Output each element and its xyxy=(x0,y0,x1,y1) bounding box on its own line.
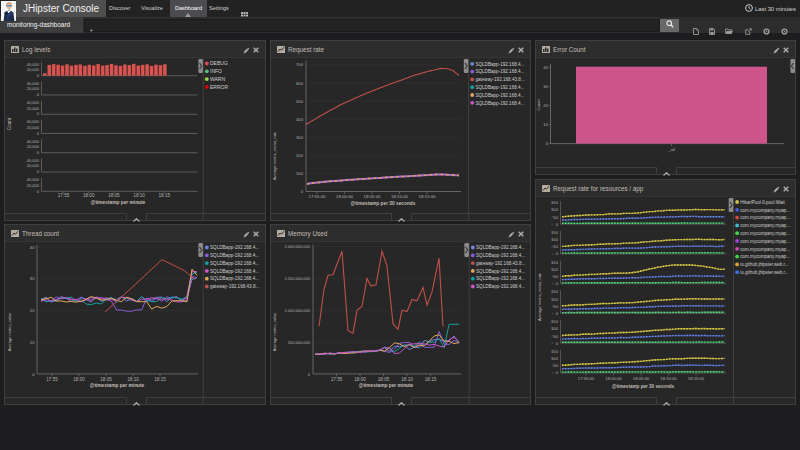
svg-text:SQLDBapp-192.168.4...: SQLDBapp-192.168.4... xyxy=(210,269,259,274)
svg-text:18:00:00: 18:00:00 xyxy=(605,376,622,381)
svg-text:0: 0 xyxy=(37,189,40,194)
svg-text:SQLDBapp-192.168.4...: SQLDBapp-192.168.4... xyxy=(476,245,525,250)
svg-text:40,000: 40,000 xyxy=(27,158,40,163)
svg-text:0: 0 xyxy=(556,341,559,346)
svg-text:0: 0 xyxy=(37,131,40,136)
svg-text:700: 700 xyxy=(296,62,304,67)
svg-text:20,000: 20,000 xyxy=(27,183,40,188)
svg-text:20,000: 20,000 xyxy=(27,163,40,168)
svg-text:18:00:00: 18:00:00 xyxy=(336,194,354,199)
svg-text:18:05:00: 18:05:00 xyxy=(363,194,381,199)
svg-text:2,000,000,000: 2,000,000,000 xyxy=(284,244,310,249)
svg-text:10: 10 xyxy=(543,122,548,127)
svg-text:SQLDBapp-192.168.4...: SQLDBapp-192.168.4... xyxy=(210,245,259,250)
svg-text:0: 0 xyxy=(37,169,40,174)
svg-text:@timestamp per minute: @timestamp per minute xyxy=(359,383,414,388)
svg-text:INFO: INFO xyxy=(210,68,222,74)
svg-text:Average metric_mean_rate: Average metric_mean_rate xyxy=(537,272,542,321)
svg-text:10: 10 xyxy=(30,340,35,345)
svg-text:200: 200 xyxy=(296,153,304,158)
svg-text:50: 50 xyxy=(553,274,558,279)
svg-text:18:00: 18:00 xyxy=(73,377,85,382)
svg-text:Average metric_value: Average metric_value xyxy=(272,312,277,351)
svg-text:gateway-192.168.43.8...: gateway-192.168.43.8... xyxy=(210,284,259,289)
svg-text:0: 0 xyxy=(556,281,559,286)
svg-text:@timestamp per minute: @timestamp per minute xyxy=(91,200,146,205)
svg-text:20,000: 20,000 xyxy=(27,86,40,91)
svg-text:17:55:00: 17:55:00 xyxy=(578,376,595,381)
svg-text:40,000: 40,000 xyxy=(27,177,40,182)
svg-text:18:15: 18:15 xyxy=(425,377,437,382)
svg-text:1,500,000,000: 1,500,000,000 xyxy=(284,276,310,281)
svg-text:@timestamp per 30 seconds: @timestamp per 30 seconds xyxy=(351,201,416,206)
svg-text:DEBUG: DEBUG xyxy=(210,60,228,66)
svg-text:Average metric_mean_rate: Average metric_mean_rate xyxy=(272,131,277,180)
svg-text:100: 100 xyxy=(296,171,304,176)
svg-text:0: 0 xyxy=(32,372,35,377)
svg-text:0: 0 xyxy=(37,73,40,78)
svg-text:40: 40 xyxy=(30,245,35,250)
svg-text:gateway-192.168.43.8...: gateway-192.168.43.8... xyxy=(476,261,525,266)
svg-text:18:10: 18:10 xyxy=(127,377,139,382)
svg-text:40,000: 40,000 xyxy=(27,62,40,67)
svg-text:18:05: 18:05 xyxy=(108,193,120,198)
svg-text:com.mycompany.myap...: com.mycompany.myap... xyxy=(740,239,790,244)
svg-text:40,000: 40,000 xyxy=(27,119,40,124)
svg-text:20,000: 20,000 xyxy=(27,67,40,72)
svg-text:50: 50 xyxy=(553,334,558,339)
svg-text:18:00: 18:00 xyxy=(83,193,95,198)
svg-text:17:55: 17:55 xyxy=(331,377,343,382)
svg-text:0: 0 xyxy=(556,311,559,316)
svg-text:40: 40 xyxy=(543,65,548,70)
svg-text:0: 0 xyxy=(37,111,40,116)
svg-text:40,000: 40,000 xyxy=(27,100,40,105)
svg-text:SQLDBapp-192.168.4...: SQLDBapp-192.168.4... xyxy=(475,69,524,74)
svg-text:ERROR: ERROR xyxy=(210,84,228,90)
svg-text:_all: _all xyxy=(667,147,675,152)
svg-text:18:00: 18:00 xyxy=(354,377,366,382)
svg-text:SQLDBapp-192.168.4...: SQLDBapp-192.168.4... xyxy=(210,261,259,266)
svg-text:SQLDBapp-192.168.4...: SQLDBapp-192.168.4... xyxy=(475,101,524,106)
svg-text:com.mycompany.myap...: com.mycompany.myap... xyxy=(740,208,790,213)
svg-text:18:10: 18:10 xyxy=(133,193,145,198)
svg-text:com.mycompany.myap...: com.mycompany.myap... xyxy=(740,247,790,252)
svg-text:com.mycompany.myap...: com.mycompany.myap... xyxy=(740,254,790,259)
svg-text:Average metric_value: Average metric_value xyxy=(7,312,12,351)
svg-text:18:15: 18:15 xyxy=(159,193,171,198)
svg-text:40,000: 40,000 xyxy=(27,81,40,86)
svg-text:20,000: 20,000 xyxy=(27,125,40,130)
svg-text:18:10:00: 18:10:00 xyxy=(660,376,677,381)
svg-text:WARN: WARN xyxy=(210,76,225,82)
svg-text:@timestamp per minute: @timestamp per minute xyxy=(90,383,145,388)
svg-text:0: 0 xyxy=(37,92,40,97)
svg-text:SQLDBapp-192.168.4...: SQLDBapp-192.168.4... xyxy=(475,85,524,90)
svg-text:500,000,000: 500,000,000 xyxy=(288,340,311,345)
svg-text:1,000,000,000: 1,000,000,000 xyxy=(284,308,310,313)
svg-text:0: 0 xyxy=(556,251,559,256)
svg-text:18:15:00: 18:15:00 xyxy=(688,376,705,381)
svg-text:300: 300 xyxy=(296,135,304,140)
svg-text:io.github.jhipster.web.r...: io.github.jhipster.web.r... xyxy=(740,270,788,275)
svg-text:SQLDBapp-192.168.4...: SQLDBapp-192.168.4... xyxy=(476,269,525,274)
svg-text:17:55: 17:55 xyxy=(46,377,58,382)
svg-text:20,000: 20,000 xyxy=(27,106,40,111)
svg-text:SQLDBapp-192.168.4...: SQLDBapp-192.168.4... xyxy=(476,276,525,281)
svg-text:600: 600 xyxy=(296,81,304,86)
svg-text:18:15: 18:15 xyxy=(154,377,166,382)
svg-text:SQLDBapp-192.168.4...: SQLDBapp-192.168.4... xyxy=(475,62,524,67)
svg-text:400: 400 xyxy=(296,117,304,122)
svg-text:20: 20 xyxy=(30,308,35,313)
svg-text:30: 30 xyxy=(543,84,548,89)
svg-text:0: 0 xyxy=(37,150,40,155)
svg-text:18:10:00: 18:10:00 xyxy=(391,194,409,199)
svg-text:com.mycompany.myap...: com.mycompany.myap... xyxy=(740,231,790,236)
svg-text:0: 0 xyxy=(301,189,304,194)
svg-text:Count: Count xyxy=(7,117,12,130)
svg-text:io.github.jhipster.web.r...: io.github.jhipster.web.r... xyxy=(740,262,788,267)
svg-text:18:05: 18:05 xyxy=(378,377,390,382)
svg-text:18:10: 18:10 xyxy=(401,377,413,382)
svg-text:20: 20 xyxy=(543,103,548,108)
svg-text:SQLDBapp-192.168.4...: SQLDBapp-192.168.4... xyxy=(210,253,259,258)
svg-text:0: 0 xyxy=(556,370,559,375)
svg-text:18:15:00: 18:15:00 xyxy=(418,194,436,199)
